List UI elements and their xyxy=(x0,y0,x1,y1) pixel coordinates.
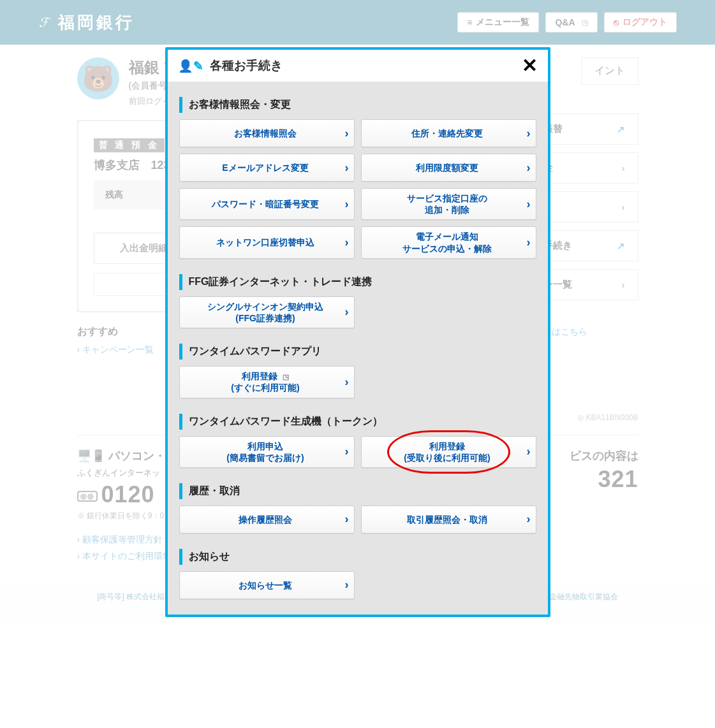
chevron-right-icon: › xyxy=(527,127,531,140)
close-icon[interactable]: ✕ xyxy=(522,56,538,75)
chevron-right-icon: › xyxy=(527,198,531,211)
modal-section-title: FFG証券インターネット・トレード連携 xyxy=(179,274,536,290)
chevron-right-icon: › xyxy=(345,445,349,458)
chevron-right-icon: › xyxy=(527,513,531,526)
modal-action-button[interactable]: 利用登録(受取り後に利用可能)› xyxy=(361,436,536,468)
modal-action-button[interactable]: 電子メール通知サービスの申込・解除› xyxy=(361,226,536,258)
modal-action-button[interactable]: サービス指定口座の追加・削除› xyxy=(361,188,536,220)
popup-icon: ◳ xyxy=(283,373,289,381)
modal-action-button[interactable]: 利用登録 ◳(すぐに利用可能)› xyxy=(179,366,355,398)
chevron-right-icon: › xyxy=(345,513,349,526)
modal-action-button[interactable]: ネットワン口座切替申込› xyxy=(179,226,355,258)
modal-action-button[interactable]: 利用限度額変更› xyxy=(361,154,536,182)
modal-section-title: お客様情報照会・変更 xyxy=(179,97,536,113)
chevron-right-icon: › xyxy=(345,236,349,249)
modal-action-button[interactable]: パスワード・暗証番号変更› xyxy=(179,188,355,220)
modal-section-title: お知らせ xyxy=(179,549,536,565)
chevron-right-icon: › xyxy=(345,305,349,319)
modal-action-button[interactable]: シングルサインオン契約申込(FFG証券連携)› xyxy=(179,296,355,328)
chevron-right-icon: › xyxy=(527,161,531,175)
procedures-modal: 👤✎ 各種お手続き ✕ お客様情報照会・変更お客様情報照会›住所・連絡先変更›E… xyxy=(165,47,550,617)
modal-section-title: ワンタイムパスワードアプリ xyxy=(179,344,536,360)
chevron-right-icon: › xyxy=(345,198,349,211)
modal-action-button[interactable]: 取引履歴照会・取消› xyxy=(361,506,536,534)
modal-action-button[interactable]: お客様情報照会› xyxy=(179,119,355,147)
chevron-right-icon: › xyxy=(345,127,349,140)
modal-title-text: 各種お手続き xyxy=(210,57,283,74)
modal-section-title: 履歴・取消 xyxy=(179,483,536,499)
person-icon: 👤✎ xyxy=(178,59,203,73)
modal-action-button[interactable]: お知らせ一覧› xyxy=(179,571,355,599)
chevron-right-icon: › xyxy=(345,375,349,389)
modal-action-button[interactable]: Eメールアドレス変更› xyxy=(179,154,355,182)
chevron-right-icon: › xyxy=(345,161,349,175)
chevron-right-icon: › xyxy=(527,445,531,458)
chevron-right-icon: › xyxy=(345,578,349,592)
modal-action-button[interactable]: 操作履歴照会› xyxy=(179,506,355,534)
modal-action-button[interactable]: 住所・連絡先変更› xyxy=(361,119,536,147)
modal-section-title: ワンタイムパスワード生成機（トークン） xyxy=(179,414,536,430)
modal-action-button[interactable]: 利用申込(簡易書留でお届け)› xyxy=(179,436,355,468)
chevron-right-icon: › xyxy=(527,236,531,249)
